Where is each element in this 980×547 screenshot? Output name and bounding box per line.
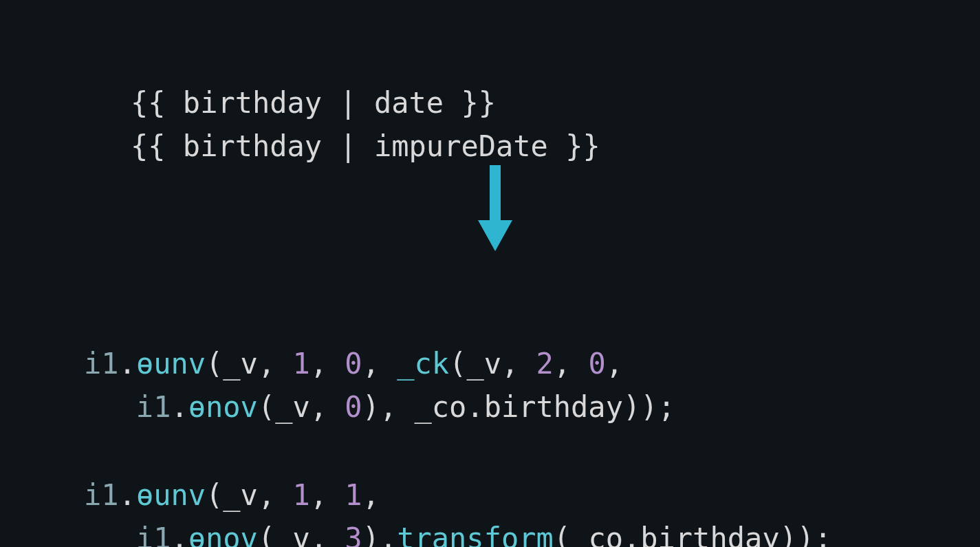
c1-obj2: i1	[136, 390, 171, 424]
c1-c3: ,	[362, 347, 398, 380]
c2-dot1: .	[119, 478, 136, 512]
c1-indent	[84, 390, 136, 424]
c1-n3: 2	[536, 347, 554, 380]
c1-dot1: .	[119, 347, 136, 380]
c1-p3: (	[258, 390, 275, 424]
template-pipe-2: |	[322, 129, 374, 163]
c1-dot3: .	[466, 390, 483, 424]
compiled-code-block-2: i1.ɵunv(_v, 1, 1, i1.ɵnov(_v, 3).transfo…	[84, 430, 831, 547]
c2-n3: 3	[345, 522, 362, 547]
c2-end: ));	[780, 522, 832, 547]
c2-obj2: i1	[136, 522, 171, 547]
c2-trans: transform	[397, 522, 554, 547]
c1-m1: ɵunv	[136, 347, 206, 380]
c1-c5: ,	[554, 347, 589, 380]
c2-c3: ,	[362, 478, 380, 512]
c1-obj1: i1	[84, 347, 119, 380]
template-close-2: }}	[548, 129, 600, 163]
template-open-2: {{	[131, 129, 183, 163]
template-var-2: birthday	[183, 129, 322, 163]
c1-n4: 0	[588, 347, 605, 380]
c1-n1: 1	[292, 347, 309, 380]
c1-v2: _v	[466, 347, 501, 380]
c1-n2: 0	[345, 347, 362, 380]
c1-v3: _v	[275, 390, 310, 424]
c2-co: _co	[571, 522, 623, 547]
c1-end: ));	[623, 390, 675, 424]
template-pipe-1: |	[322, 86, 374, 120]
c1-c2: ,	[310, 347, 345, 380]
template-close-1: }}	[444, 86, 496, 120]
svg-marker-1	[478, 220, 512, 251]
c2-obj1: i1	[84, 478, 119, 512]
compiled-code-block-1: i1.ɵunv(_v, 1, 0, _ck(_v, 2, 0, i1.ɵnov(…	[84, 299, 675, 429]
svg-rect-0	[490, 165, 501, 224]
c1-p4: ),	[362, 390, 415, 424]
c1-m3: ɵnov	[188, 390, 258, 424]
template-var-1: birthday	[183, 86, 322, 120]
c2-n1: 1	[292, 478, 309, 512]
c2-p2: (	[258, 522, 275, 547]
c1-p2: (	[449, 347, 466, 380]
c2-v1: _v	[223, 478, 258, 512]
c2-dot3: .	[623, 522, 640, 547]
template-filter-1: date	[374, 86, 444, 120]
c1-c4: ,	[501, 347, 536, 380]
c1-m2: _ck	[397, 347, 449, 380]
template-filter-2: impureDate	[374, 129, 548, 163]
c2-v2: _v	[275, 522, 310, 547]
c1-c1: ,	[258, 347, 293, 380]
c2-c1: ,	[258, 478, 293, 512]
c2-indent	[84, 522, 136, 547]
c1-co: _co	[415, 390, 467, 424]
down-arrow-icon	[475, 165, 516, 257]
c1-p1: (	[206, 347, 223, 380]
c1-prop: birthday	[484, 390, 623, 424]
c2-dot2: .	[171, 522, 188, 547]
c1-v1: _v	[223, 347, 258, 380]
template-open-1: {{	[131, 86, 183, 120]
template-code-block: {{ birthday | date }} {{ birthday | impu…	[131, 38, 600, 168]
c2-p3: ).	[362, 522, 398, 547]
c2-p1: (	[206, 478, 223, 512]
c1-n5: 0	[345, 390, 362, 424]
c2-n2: 1	[345, 478, 362, 512]
c1-c6: ,	[606, 347, 623, 380]
c1-c7: ,	[310, 390, 345, 424]
c2-m2: ɵnov	[188, 522, 258, 547]
c2-p4: (	[554, 522, 571, 547]
c2-prop: birthday	[640, 522, 779, 547]
c2-m1: ɵunv	[136, 478, 206, 512]
c1-dot2: .	[171, 390, 188, 424]
c2-c4: ,	[310, 522, 345, 547]
c2-c2: ,	[310, 478, 345, 512]
